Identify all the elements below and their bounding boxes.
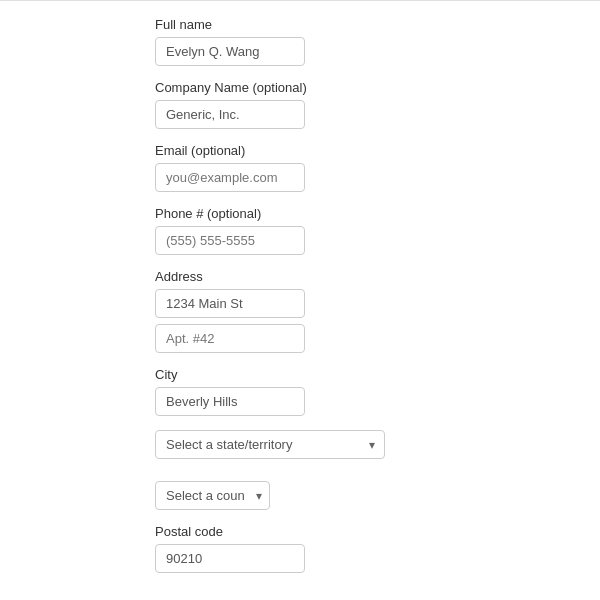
email-input[interactable] bbox=[155, 163, 305, 192]
postal-label: Postal code bbox=[155, 524, 445, 539]
phone-group: Phone # (optional) bbox=[155, 206, 445, 255]
postal-input[interactable] bbox=[155, 544, 305, 573]
form-container: Full name Company Name (optional) Email … bbox=[0, 1, 600, 600]
phone-label: Phone # (optional) bbox=[155, 206, 445, 221]
postal-group: Postal code bbox=[155, 524, 445, 573]
phone-input[interactable] bbox=[155, 226, 305, 255]
email-label: Email (optional) bbox=[155, 143, 445, 158]
email-group: Email (optional) bbox=[155, 143, 445, 192]
state-group: Select a state/territory Alabama Alaska … bbox=[155, 430, 445, 467]
address-line1-input[interactable] bbox=[155, 289, 305, 318]
state-select[interactable]: Select a state/territory Alabama Alaska … bbox=[155, 430, 385, 459]
address-group: Address bbox=[155, 269, 445, 353]
fullname-input[interactable] bbox=[155, 37, 305, 66]
city-label: City bbox=[155, 367, 445, 382]
fullname-group: Full name bbox=[155, 17, 445, 66]
country-group: Select a country United States Canada Un… bbox=[155, 481, 445, 510]
city-group: City bbox=[155, 367, 445, 416]
address-line2-input[interactable] bbox=[155, 324, 305, 353]
country-select-wrapper: Select a country United States Canada Un… bbox=[155, 481, 270, 510]
company-group: Company Name (optional) bbox=[155, 80, 445, 129]
country-select[interactable]: Select a country United States Canada Un… bbox=[155, 481, 270, 510]
fullname-label: Full name bbox=[155, 17, 445, 32]
company-input[interactable] bbox=[155, 100, 305, 129]
address-label: Address bbox=[155, 269, 445, 284]
state-select-wrapper: Select a state/territory Alabama Alaska … bbox=[155, 430, 385, 459]
page-container: Full name Company Name (optional) Email … bbox=[0, 0, 600, 600]
company-label: Company Name (optional) bbox=[155, 80, 445, 95]
city-input[interactable] bbox=[155, 387, 305, 416]
